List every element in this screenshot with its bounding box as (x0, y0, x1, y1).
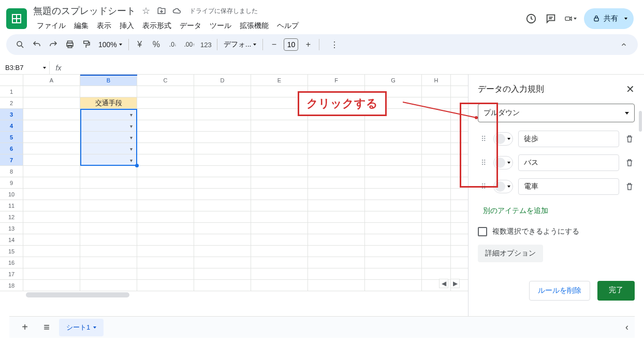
row-header[interactable]: 5 (0, 132, 23, 143)
cell[interactable] (80, 132, 137, 143)
cell[interactable] (422, 268, 451, 279)
dv-value-input[interactable]: バス (518, 154, 619, 171)
dv-value-input[interactable]: 電車 (518, 178, 619, 195)
cell[interactable] (137, 177, 194, 188)
decrease-font-icon[interactable]: − (266, 37, 282, 52)
cell[interactable] (422, 120, 451, 131)
drag-handle-icon[interactable]: ⠿ (481, 161, 488, 164)
row-header[interactable]: 3 (0, 109, 23, 120)
cell[interactable] (194, 166, 251, 177)
menu-file[interactable]: ファイル (33, 19, 69, 33)
zoom-select[interactable]: 100% (95, 40, 125, 49)
cell[interactable] (23, 200, 80, 211)
multi-select-checkbox[interactable] (478, 227, 487, 236)
cell[interactable] (194, 132, 251, 143)
cell[interactable] (422, 211, 451, 222)
cell[interactable] (422, 177, 451, 188)
cell[interactable] (365, 120, 422, 131)
menu-extensions[interactable]: 拡張機能 (236, 19, 272, 33)
menu-edit[interactable]: 編集 (70, 19, 92, 33)
number-format-icon[interactable]: 123 (198, 37, 214, 52)
cell[interactable] (23, 132, 80, 143)
cell[interactable] (23, 143, 80, 154)
cell[interactable] (251, 268, 308, 279)
cell[interactable] (80, 268, 137, 279)
cell[interactable] (80, 200, 137, 211)
cell[interactable] (80, 257, 137, 268)
cell[interactable] (308, 189, 365, 200)
doc-title[interactable]: 無題のスプレッドシート (33, 5, 136, 17)
menu-tools[interactable]: ツール (206, 19, 235, 33)
currency-icon[interactable]: ¥ (132, 37, 148, 52)
cell[interactable] (80, 189, 137, 200)
cell[interactable] (422, 234, 451, 245)
selection-handle[interactable] (135, 164, 139, 167)
cell[interactable] (365, 200, 422, 211)
cell[interactable] (308, 143, 365, 154)
cell[interactable] (137, 86, 194, 97)
row-header[interactable]: 2 (0, 97, 23, 108)
cell[interactable] (194, 86, 251, 97)
cell[interactable] (308, 211, 365, 222)
row-header[interactable]: 13 (0, 223, 23, 234)
col-header[interactable]: B (80, 75, 137, 86)
cell[interactable] (251, 223, 308, 234)
cell[interactable] (251, 200, 308, 211)
menu-data[interactable]: データ (176, 19, 205, 33)
row-header[interactable]: 18 (0, 280, 23, 291)
cell[interactable] (365, 211, 422, 222)
history-icon[interactable] (525, 12, 537, 25)
cell[interactable] (80, 86, 137, 97)
cell[interactable] (137, 132, 194, 143)
all-sheets-icon[interactable]: ≡ (37, 318, 56, 337)
cell[interactable] (251, 234, 308, 245)
cell[interactable] (80, 211, 137, 222)
cell[interactable] (308, 246, 365, 257)
cell[interactable] (23, 223, 80, 234)
color-chip-select[interactable] (493, 180, 513, 193)
meet-icon[interactable] (564, 12, 577, 25)
cell[interactable] (194, 268, 251, 279)
comment-icon[interactable] (545, 12, 557, 25)
cell[interactable] (137, 257, 194, 268)
cell[interactable] (23, 246, 80, 257)
cell[interactable] (23, 280, 80, 291)
select-all-corner[interactable] (0, 75, 23, 86)
row-header[interactable]: 16 (0, 257, 23, 268)
cell[interactable] (251, 189, 308, 200)
cell[interactable] (137, 234, 194, 245)
color-chip-select[interactable] (493, 132, 513, 146)
sheets-logo[interactable] (6, 8, 27, 29)
col-header[interactable]: D (194, 75, 251, 86)
row-header[interactable]: 14 (0, 234, 23, 245)
row-header[interactable]: 6 (0, 143, 23, 154)
menu-view[interactable]: 表示 (93, 19, 115, 33)
cell[interactable] (194, 177, 251, 188)
cell[interactable] (422, 257, 451, 268)
font-size-input[interactable] (284, 38, 298, 51)
cell[interactable] (365, 177, 422, 188)
cell[interactable] (80, 223, 137, 234)
grid[interactable]: A B C D E F G H 12交通手段345678910111213141… (0, 75, 468, 319)
decrease-decimal-icon[interactable]: .0↓ (165, 37, 181, 52)
cell[interactable] (80, 177, 137, 188)
cell[interactable] (80, 246, 137, 257)
col-header[interactable]: H (422, 75, 451, 86)
cell[interactable] (80, 143, 137, 154)
cell[interactable] (365, 189, 422, 200)
col-header[interactable]: C (137, 75, 194, 86)
cell[interactable] (251, 246, 308, 257)
cell[interactable] (194, 97, 251, 108)
cell[interactable] (422, 143, 451, 154)
cell[interactable] (23, 177, 80, 188)
cell[interactable] (137, 97, 194, 108)
cell[interactable] (23, 166, 80, 177)
undo-icon[interactable] (29, 37, 45, 52)
cell[interactable] (23, 189, 80, 200)
star-icon[interactable]: ☆ (141, 6, 151, 16)
cell[interactable] (308, 280, 365, 291)
cell[interactable] (308, 166, 365, 177)
cell[interactable] (80, 234, 137, 245)
cell[interactable] (251, 154, 308, 165)
col-header[interactable]: G (365, 75, 422, 86)
